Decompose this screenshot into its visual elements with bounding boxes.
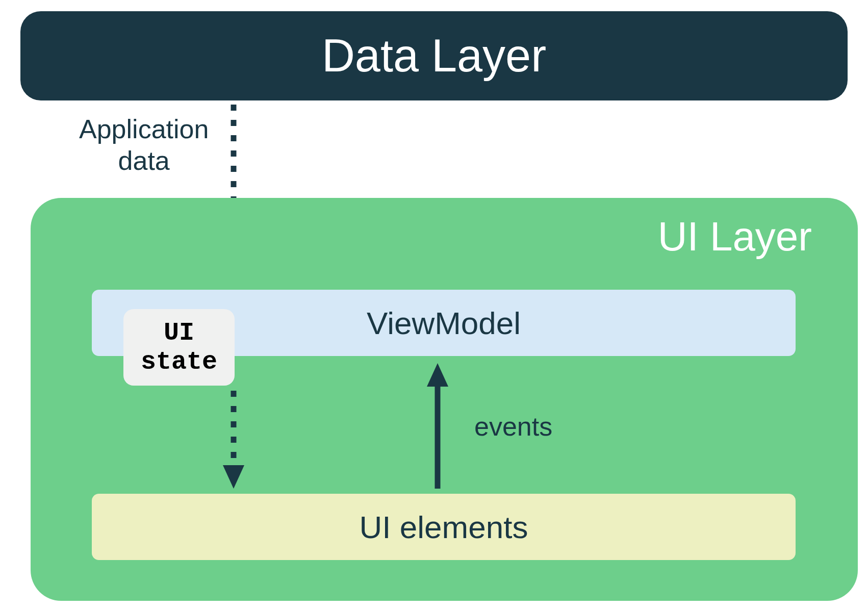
events-label: events	[474, 411, 552, 442]
svg-marker-5	[427, 363, 448, 387]
svg-marker-3	[223, 465, 244, 489]
ui-state-label: UI state	[141, 318, 217, 377]
ui-elements-box: UI elements	[92, 494, 796, 560]
application-data-label: Application data	[79, 113, 209, 177]
viewmodel-label: ViewModel	[367, 305, 521, 341]
data-layer-label: Data Layer	[322, 30, 546, 82]
ui-layer-label: UI Layer	[658, 213, 812, 260]
arrow-elements-to-viewmodel-icon	[427, 362, 448, 489]
ui-elements-label: UI elements	[360, 509, 528, 545]
ui-layer-box: UI Layer ViewModel UI state events UI el…	[31, 198, 858, 601]
data-layer-box: Data Layer	[20, 11, 848, 100]
ui-state-box: UI state	[123, 309, 235, 386]
arrow-viewmodel-to-elements-icon	[223, 391, 244, 493]
architecture-diagram: Data Layer Application data UI Layer Vie…	[5, 5, 863, 604]
